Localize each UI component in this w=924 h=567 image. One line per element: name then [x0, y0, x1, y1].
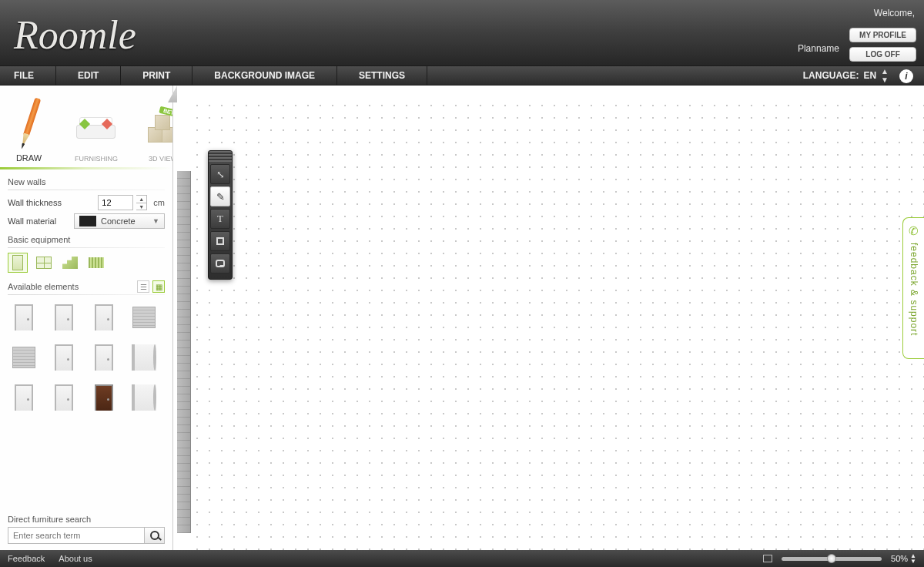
divider — [8, 190, 165, 190]
comment-icon — [216, 260, 225, 267]
element-item[interactable] — [88, 301, 120, 334]
tool-rectangle[interactable] — [210, 231, 230, 251]
mode-draw[interactable]: DRAW — [8, 102, 50, 163]
element-item[interactable] — [128, 341, 160, 374]
divider — [0, 167, 172, 169]
tool-comment[interactable] — [210, 253, 230, 273]
log-off-button[interactable]: LOG OFF — [849, 47, 916, 62]
elements-grid — [8, 301, 165, 414]
view-list-button[interactable]: ☰ — [137, 280, 149, 293]
my-profile-button[interactable]: MY PROFILE — [849, 28, 916, 42]
divider — [8, 247, 165, 248]
mode-furnishing[interactable]: FURNISHING — [75, 104, 117, 163]
language-label: LANGUAGE: — [803, 70, 859, 81]
main-menubar: FILE EDIT PRINT BACKGROUND IMAGE SETTING… — [0, 65, 924, 86]
wall-thickness-unit: cm — [153, 198, 165, 207]
mode-draw-label: DRAW — [8, 153, 50, 163]
element-item[interactable] — [88, 381, 120, 414]
left-sidebar: DRAW FURNISHING BETA 3D VIEW New walls W… — [0, 86, 173, 550]
element-item[interactable] — [48, 381, 80, 414]
mode-tabs: DRAW FURNISHING BETA 3D VIEW — [8, 93, 165, 163]
welcome-text: Welcome, — [874, 8, 915, 18]
zoom-thumb[interactable] — [827, 554, 836, 563]
material-swatch-icon — [79, 216, 96, 226]
floating-toolbox[interactable]: ⤡ ✎ T — [208, 150, 233, 280]
window-icon — [36, 257, 52, 269]
status-bar: Feedback About us 50%▲▼ — [0, 550, 924, 567]
wall-thickness-input[interactable] — [98, 195, 133, 210]
mode-3dview-label: 3D VIEW — [142, 155, 173, 163]
misc-icon — [89, 257, 104, 268]
tool-select[interactable]: ⤡ — [210, 164, 230, 184]
section-basic-equipment: Basic equipment — [8, 235, 165, 244]
element-item[interactable] — [8, 301, 40, 334]
search-button[interactable] — [145, 527, 165, 544]
chevron-updown-icon: ▲▼ — [881, 67, 889, 84]
tool-pencil[interactable]: ✎ — [210, 186, 230, 206]
mode-furnishing-label: FURNISHING — [75, 155, 117, 163]
element-item[interactable] — [48, 301, 80, 334]
divider — [8, 294, 165, 295]
stairs-icon — [62, 257, 78, 269]
drawing-canvas[interactable]: ⤡ ✎ T — [191, 99, 924, 550]
feedback-support-tab[interactable]: ✆ feedback & support — [902, 217, 924, 359]
pencil-icon — [14, 96, 45, 155]
plan-name[interactable]: Planname — [798, 43, 839, 54]
zoom-value[interactable]: 50%▲▼ — [891, 553, 916, 564]
equip-windows[interactable] — [34, 253, 54, 273]
element-item[interactable] — [48, 341, 80, 374]
feedback-label: feedback & support — [909, 243, 919, 336]
sofa-icon — [75, 112, 117, 142]
wall-material-value: Concrete — [101, 216, 136, 226]
fit-screen-icon[interactable] — [763, 555, 772, 562]
tool-text[interactable]: T — [210, 209, 230, 229]
element-item[interactable] — [8, 381, 40, 414]
chevron-updown-icon: ▲▼ — [910, 553, 916, 564]
info-button[interactable]: i — [899, 69, 913, 83]
menu-background-image[interactable]: BACKGROUND IMAGE — [192, 66, 337, 85]
vertical-ruler — [177, 171, 191, 533]
app-logo: Roomle — [14, 12, 136, 58]
section-search: Direct furniture search — [8, 515, 165, 524]
footer-feedback-link[interactable]: Feedback — [8, 554, 45, 563]
rectangle-icon — [216, 237, 224, 245]
section-available-elements: Available elements — [8, 282, 79, 291]
search-icon — [150, 531, 159, 540]
element-item[interactable] — [88, 341, 120, 374]
view-grid-button[interactable]: ▦ — [152, 280, 165, 293]
equip-doors[interactable] — [8, 253, 28, 273]
equip-misc[interactable] — [86, 253, 106, 273]
menu-settings[interactable]: SETTINGS — [337, 66, 427, 85]
equip-stairs[interactable] — [60, 253, 80, 273]
boxes-icon: BETA — [148, 112, 174, 143]
menu-edit[interactable]: EDIT — [56, 66, 121, 85]
megaphone-icon: ✆ — [909, 224, 919, 238]
wall-material-select[interactable]: Concrete ▼ — [74, 213, 165, 229]
door-icon — [12, 255, 23, 270]
wall-material-label: Wall material — [8, 216, 56, 226]
text-icon: T — [217, 213, 223, 225]
chevron-down-icon: ▼ — [152, 217, 159, 225]
menu-print[interactable]: PRINT — [121, 66, 192, 85]
section-new-walls: New walls — [8, 177, 165, 186]
zoom-slider[interactable] — [782, 557, 882, 561]
footer-about-link[interactable]: About us — [59, 554, 92, 563]
cursor-icon: ⤡ — [216, 169, 225, 180]
chevron-up-icon[interactable]: ▲ — [136, 196, 146, 203]
app-header: Roomle Welcome, Planname MY PROFILE LOG … — [0, 0, 924, 65]
language-selector[interactable]: LANGUAGE: EN ▲▼ — [803, 66, 889, 85]
language-value: EN — [863, 70, 876, 81]
element-item[interactable] — [128, 381, 160, 414]
wall-thickness-stepper[interactable]: ▲▼ — [136, 195, 147, 210]
pencil-icon: ✎ — [216, 191, 225, 203]
mode-3dview[interactable]: BETA 3D VIEW — [142, 104, 173, 163]
wall-thickness-label: Wall thickness — [8, 198, 62, 207]
menu-file[interactable]: FILE — [0, 66, 56, 85]
element-item[interactable] — [128, 301, 160, 334]
chevron-down-icon[interactable]: ▼ — [136, 203, 146, 210]
search-input[interactable] — [8, 527, 145, 544]
element-item[interactable] — [8, 341, 40, 374]
toolbox-drag-handle[interactable] — [209, 151, 232, 162]
